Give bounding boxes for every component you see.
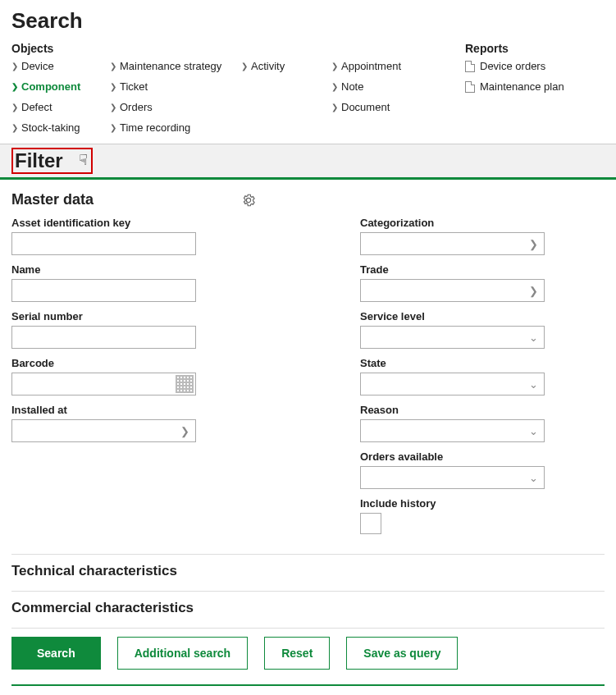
chevron-right-icon: ❯	[11, 62, 18, 71]
top-navigation: Objects ❯Device ❯Maintenance strategy ❯A…	[11, 42, 605, 134]
service-level-label: Service level	[360, 310, 545, 322]
object-link-device[interactable]: ❯Device	[11, 60, 110, 72]
master-data-form: Asset identification key Name Serial num…	[11, 217, 605, 542]
objects-heading: Objects	[11, 42, 465, 55]
chevron-right-icon: ❯	[11, 103, 18, 112]
object-label: Maintenance strategy	[120, 60, 221, 72]
master-data-right-column: Categorization ❯ Trade ❯ Service level ⌄…	[360, 217, 545, 542]
chevron-right-icon: ❯	[11, 123, 18, 132]
asset-id-label: Asset identification key	[11, 217, 196, 229]
chevron-right-icon: ❯	[110, 62, 116, 71]
field-barcode: Barcode	[11, 357, 196, 396]
object-label: Component	[21, 80, 80, 93]
object-link-ticket[interactable]: ❯Ticket	[110, 80, 241, 93]
barcode-input[interactable]	[11, 373, 196, 396]
separator	[11, 554, 605, 555]
serial-input[interactable]	[11, 326, 196, 349]
objects-grid: ❯Device ❯Maintenance strategy ❯Activity …	[11, 60, 465, 134]
master-data-left-column: Asset identification key Name Serial num…	[11, 217, 196, 542]
state-label: State	[360, 357, 545, 369]
report-link-device-orders[interactable]: Device orders	[465, 60, 605, 72]
orders-available-select[interactable]	[360, 466, 545, 489]
separator	[11, 591, 605, 592]
chevron-right-icon: ❯	[331, 103, 338, 112]
action-buttons: Search Additional search Reset Save as q…	[11, 637, 605, 670]
reset-button[interactable]: Reset	[264, 637, 330, 670]
filter-toggle[interactable]: Filter ☟	[11, 148, 93, 174]
asset-id-input[interactable]	[11, 232, 196, 255]
object-label: Stock-taking	[21, 121, 80, 134]
object-label: Activity	[251, 60, 285, 72]
trade-input[interactable]	[360, 279, 545, 302]
field-state: State ⌄	[360, 357, 545, 396]
reason-label: Reason	[360, 404, 545, 416]
object-label: Orders	[120, 101, 153, 113]
report-label: Maintenance plan	[480, 80, 564, 93]
field-include-history: Include history	[360, 497, 545, 534]
object-label: Note	[341, 80, 363, 93]
orders-available-label: Orders available	[360, 450, 545, 463]
include-history-checkbox[interactable]	[360, 513, 381, 534]
cursor-pointer-icon: ☟	[79, 153, 88, 167]
object-link-defect[interactable]: ❯Defect	[11, 101, 110, 113]
object-link-appointment[interactable]: ❯Appointment	[331, 60, 430, 72]
gear-icon[interactable]	[241, 193, 256, 208]
document-icon	[465, 81, 475, 93]
chevron-right-icon: ❯	[241, 62, 248, 71]
additional-search-button[interactable]: Additional search	[117, 637, 248, 670]
object-link-note[interactable]: ❯Note	[331, 80, 430, 93]
chevron-right-icon: ❯	[110, 82, 116, 91]
include-history-label: Include history	[360, 497, 545, 510]
categorization-input[interactable]	[360, 232, 545, 255]
report-link-maintenance-plan[interactable]: Maintenance plan	[465, 80, 605, 93]
installed-at-label: Installed at	[11, 404, 196, 416]
chevron-right-icon: ❯	[331, 62, 338, 71]
technical-characteristics-heading[interactable]: Technical characteristics	[11, 563, 605, 579]
filter-bar: Filter ☟	[0, 144, 616, 180]
installed-at-input[interactable]	[11, 419, 196, 442]
field-orders-available: Orders available ⌄	[360, 450, 545, 489]
name-input[interactable]	[11, 279, 196, 302]
field-trade: Trade ❯	[360, 263, 545, 302]
field-service-level: Service level ⌄	[360, 310, 545, 349]
object-link-maintenance-strategy[interactable]: ❯Maintenance strategy	[110, 60, 241, 72]
document-icon	[465, 61, 475, 72]
page-title: Search	[11, 8, 605, 34]
reports-block: Reports Device orders Maintenance plan	[465, 42, 605, 134]
objects-block: Objects ❯Device ❯Maintenance strategy ❯A…	[11, 42, 465, 134]
serial-label: Serial number	[11, 310, 196, 322]
object-link-orders[interactable]: ❯Orders	[110, 101, 241, 113]
object-link-activity[interactable]: ❯Activity	[241, 60, 331, 72]
chevron-right-icon: ❯	[110, 103, 116, 112]
field-installed-at: Installed at ❯	[11, 404, 196, 442]
reports-heading: Reports	[465, 42, 605, 55]
object-link-document[interactable]: ❯Document	[331, 101, 430, 113]
search-button[interactable]: Search	[11, 637, 101, 670]
trade-label: Trade	[360, 263, 545, 276]
chevron-right-icon: ❯	[110, 123, 116, 132]
object-link-time-recording[interactable]: ❯Time recording	[110, 121, 241, 134]
barcode-label: Barcode	[11, 357, 196, 369]
service-level-select[interactable]	[360, 326, 545, 349]
field-categorization: Categorization ❯	[360, 217, 545, 255]
state-select[interactable]	[360, 373, 545, 396]
filter-title: Filter	[15, 149, 63, 172]
master-data-heading: Master data	[11, 191, 94, 208]
save-as-query-button[interactable]: Save as query	[346, 637, 458, 670]
object-label: Appointment	[341, 60, 401, 72]
object-link-component[interactable]: ❯Component	[11, 80, 110, 93]
object-label: Ticket	[120, 80, 148, 93]
report-label: Device orders	[480, 60, 545, 72]
object-label: Document	[341, 101, 390, 113]
object-label: Defect	[21, 101, 52, 113]
name-label: Name	[11, 263, 196, 276]
object-label: Time recording	[120, 121, 190, 134]
bottom-accent-line	[11, 684, 605, 686]
object-link-stock-taking[interactable]: ❯Stock-taking	[11, 121, 110, 134]
separator	[11, 628, 605, 629]
reason-select[interactable]	[360, 419, 545, 442]
categorization-label: Categorization	[360, 217, 545, 229]
field-asset-id: Asset identification key	[11, 217, 196, 255]
commercial-characteristics-heading[interactable]: Commercial characteristics	[11, 600, 605, 616]
master-data-header: Master data	[11, 191, 605, 208]
